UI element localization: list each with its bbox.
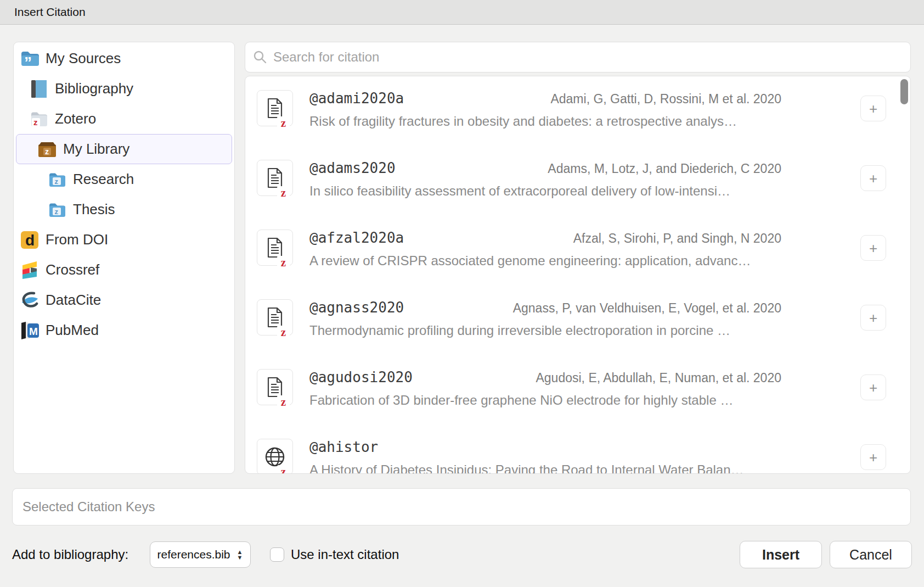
zotero-badge-icon: z: [277, 186, 290, 199]
add-citation-button[interactable]: +: [860, 374, 886, 400]
sidebar-item-label: Zotero: [55, 110, 96, 127]
sidebar-item-label: Bibliography: [55, 80, 133, 97]
citation-key: @adams2020: [309, 160, 396, 176]
zotero-folder-icon: z: [29, 109, 49, 129]
citation-authors: Agudosi, E, Abdullah, E, Numan, et al. 2…: [536, 371, 781, 385]
insert-citation-dialog: Insert Citation ” My Sources Bibliograph…: [0, 0, 924, 587]
cancel-button[interactable]: Cancel: [830, 541, 912, 568]
quotes-folder-icon: ”: [20, 49, 40, 69]
use-intext-citation-label: Use in-text citation: [291, 541, 399, 568]
sidebar-item-label: Thesis: [73, 201, 115, 218]
citation-authors: Agnass, P, van Veldhuisen, E, Vogel, et …: [513, 301, 781, 316]
collection-folder-icon: z: [47, 170, 67, 189]
citation-title: Risk of fragility fractures in obesity a…: [309, 113, 781, 130]
citation-key: @afzal2020a: [309, 230, 404, 246]
sidebar-item-my-library[interactable]: z My Library: [16, 134, 232, 164]
citation-text: @adami2020a Adami, G, Gatti, D, Rossini,…: [309, 90, 781, 130]
sidebar-item-label: Research: [73, 171, 134, 188]
selected-keys-box: [12, 488, 911, 525]
citation-text: @ahistor A History of Diabetes Insipidus…: [309, 439, 781, 474]
datacite-icon: [20, 290, 40, 310]
zotero-badge-icon: z: [277, 326, 290, 339]
citation-key: @adami2020a: [309, 90, 404, 107]
sidebar-item-bibliography[interactable]: Bibliography: [16, 74, 232, 104]
add-citation-button[interactable]: +: [860, 165, 886, 191]
sidebar-item-from-doi[interactable]: d From DOI: [16, 225, 232, 255]
sources-sidebar: ” My Sources Bibliography z: [13, 42, 235, 474]
document-icon: [267, 237, 283, 258]
scrollbar-thumb[interactable]: [900, 79, 908, 104]
citation-row[interactable]: z @adami2020a Adami, G, Gatti, D, Rossin…: [245, 90, 910, 143]
citation-title: Thermodynamic profiling during irreversi…: [309, 322, 781, 339]
add-citation-button[interactable]: +: [860, 235, 886, 261]
citation-title: A review of CRISPR associated genome eng…: [309, 252, 781, 270]
dialog-titlebar: Insert Citation: [0, 0, 924, 25]
document-icon: [267, 377, 283, 398]
select-stepper-arrows-icon: ▲▼: [234, 549, 246, 560]
citation-key: @ahistor: [309, 439, 378, 455]
citation-title: In silico feasibility assessment of extr…: [309, 182, 781, 200]
svg-text:z: z: [55, 208, 59, 216]
citation-key: @agnass2020: [309, 299, 404, 316]
citation-text: @agnass2020 Agnass, P, van Veldhuisen, E…: [309, 299, 781, 339]
svg-text:z: z: [55, 177, 59, 186]
add-citation-button[interactable]: +: [860, 305, 886, 331]
crossref-icon: [20, 260, 40, 280]
sidebar-item-pubmed[interactable]: M PubMed: [16, 315, 232, 345]
sidebar-item-label: My Library: [63, 141, 129, 158]
add-citation-button[interactable]: +: [860, 444, 886, 470]
sidebar-item-label: From DOI: [46, 231, 108, 248]
citation-key: @agudosi2020: [309, 369, 413, 385]
citation-row[interactable]: z @agudosi2020 Agudosi, E, Abdullah, E, …: [245, 369, 910, 422]
citation-search-box: [245, 42, 911, 72]
collection-folder-icon: z: [47, 200, 67, 220]
citation-text: @adams2020 Adams, M, Lotz, J, and Dieder…: [309, 160, 781, 200]
bibliography-file-value: references.bib: [150, 548, 234, 561]
search-icon: [253, 50, 267, 64]
citation-row[interactable]: z @ahistor A History of Diabetes Insipid…: [245, 439, 910, 474]
entry-type-icon-box: z: [257, 160, 293, 196]
add-citation-button[interactable]: +: [860, 96, 886, 121]
sidebar-item-my-sources[interactable]: ” My Sources: [16, 43, 232, 74]
doi-icon: d: [20, 230, 40, 250]
use-intext-citation-checkbox[interactable]: [270, 547, 284, 562]
zotero-badge-icon: z: [277, 256, 290, 269]
citation-row[interactable]: z @agnass2020 Agnass, P, van Veldhuisen,…: [245, 299, 910, 352]
citation-title: A History of Diabetes Insipidus: Paving …: [309, 461, 781, 474]
entry-type-icon-box: z: [257, 299, 293, 336]
entry-type-icon-box: z: [257, 90, 293, 126]
zotero-badge-icon: z: [277, 465, 290, 474]
svg-text:z: z: [33, 118, 38, 127]
citation-row[interactable]: z @adams2020 Adams, M, Lotz, J, and Died…: [245, 160, 910, 213]
svg-text:d: d: [25, 232, 35, 249]
library-crate-icon: z: [37, 139, 57, 159]
sidebar-item-label: Crossref: [46, 261, 99, 278]
sidebar-item-label: DataCite: [46, 292, 101, 309]
pubmed-icon: M: [20, 321, 40, 340]
svg-text:M: M: [29, 326, 38, 337]
citation-title: Fabrication of 3D binder-free graphene N…: [309, 392, 781, 409]
citation-text: @afzal2020a Afzal, S, Sirohi, P, and Sin…: [309, 230, 781, 270]
citation-authors: Adams, M, Lotz, J, and Diederich, C 2020: [548, 161, 781, 176]
sidebar-item-zotero[interactable]: z Zotero: [16, 104, 232, 134]
citation-results-list: z @adami2020a Adami, G, Gatti, D, Rossin…: [245, 76, 911, 474]
entry-type-icon-box: z: [257, 230, 293, 266]
search-input[interactable]: [272, 49, 905, 65]
zotero-badge-icon: z: [277, 116, 290, 130]
citation-authors: Afzal, S, Sirohi, P, and Singh, N 2020: [573, 231, 781, 246]
citation-row[interactable]: z @afzal2020a Afzal, S, Sirohi, P, and S…: [245, 230, 910, 282]
svg-text:”: ”: [24, 54, 32, 67]
sidebar-item-label: PubMed: [46, 322, 99, 339]
bibliography-file-select[interactable]: references.bib ▲▼: [150, 541, 251, 568]
book-icon: [29, 79, 49, 99]
sidebar-item-crossref[interactable]: Crossref: [16, 255, 232, 285]
insert-button[interactable]: Insert: [740, 541, 822, 568]
entry-type-icon-box: z: [257, 439, 293, 474]
sidebar-item-research[interactable]: z Research: [16, 164, 232, 194]
selected-citation-keys-input[interactable]: [21, 499, 902, 515]
sidebar-item-datacite[interactable]: DataCite: [16, 285, 232, 315]
sidebar-item-thesis[interactable]: z Thesis: [16, 194, 232, 225]
entry-type-icon-box: z: [257, 369, 293, 405]
zotero-badge-icon: z: [277, 395, 290, 409]
sidebar-item-label: My Sources: [46, 50, 121, 67]
